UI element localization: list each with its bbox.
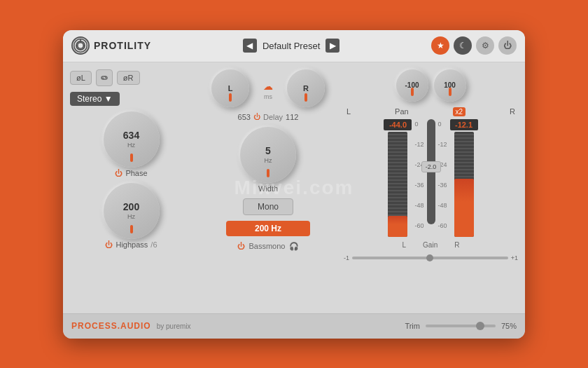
- pan-l-knob[interactable]: -100: [396, 69, 428, 102]
- phase-label: ⏻ Phase: [115, 169, 147, 177]
- gain-r-label: R: [454, 241, 459, 249]
- header: PROTILITY ◀ Default Preset ▶ ★ ☾ ⚙ ⏻: [63, 30, 525, 62]
- gain-trim-slider[interactable]: [352, 257, 508, 259]
- phase-knob[interactable]: 634 Hz: [104, 111, 160, 168]
- bassmono-section: ⏻ Bassmono 🎧: [237, 242, 300, 251]
- protility-logo-icon: [71, 36, 90, 55]
- meter-r-bar: [454, 132, 474, 237]
- trim-slider[interactable]: [426, 325, 496, 327]
- meter-r-reading: -12.1: [450, 119, 478, 130]
- highpass-power-icon[interactable]: ⏻: [105, 240, 113, 249]
- footer-logo-rest: CESS.AUDIO: [92, 321, 151, 331]
- delay-top-row: L ☁ ms R: [211, 69, 325, 107]
- cloud-icon: ☁: [263, 81, 273, 92]
- phase-power-icon[interactable]: ⏻: [115, 169, 122, 177]
- range-plus: +1: [511, 254, 518, 261]
- pan-header-label: Pan: [395, 107, 409, 116]
- delay-r-value: 112: [286, 113, 298, 121]
- gain-fader[interactable]: -2.0: [427, 119, 435, 224]
- svg-point-1: [78, 43, 83, 48]
- delay-r-knob-wrapper: R: [287, 69, 325, 107]
- svg-point-0: [74, 39, 88, 53]
- main-content: Mixvei.com øL øR Stereo ▼ 634: [63, 62, 525, 313]
- delay-ms-label: ms: [264, 93, 272, 100]
- logo-text: PROTILITY: [94, 40, 151, 51]
- meter-l-reading: -44.0: [384, 119, 412, 130]
- range-minus: -1: [344, 254, 349, 261]
- meter-l-bar: [388, 132, 407, 237]
- bassmono-label: Bassmono: [249, 242, 286, 250]
- trim-value: 75%: [501, 322, 517, 330]
- delay-l-knob-wrapper: L: [211, 69, 249, 107]
- width-knob-unit: Hz: [265, 157, 272, 164]
- next-preset-button[interactable]: ▶: [326, 39, 340, 53]
- footer-logo: PROCESS.AUDIO: [71, 321, 151, 331]
- phase-r-button[interactable]: øR: [117, 71, 140, 85]
- pan-r-knob[interactable]: 100: [434, 69, 466, 102]
- gain-fader-container: -2.0: [427, 119, 435, 224]
- pan-r-value: 100: [444, 81, 456, 89]
- gain-l-label: L: [402, 241, 407, 249]
- prev-preset-button[interactable]: ◀: [243, 39, 257, 53]
- width-knob-value: 5: [265, 145, 272, 157]
- footer: PROCESS.AUDIO by puremix Trim 75%: [63, 313, 525, 339]
- meter-r-fill: [454, 179, 474, 237]
- meter-l-channel: -44.0: [384, 119, 412, 237]
- meter-scale-right: 0 -12 -24 -36 -48 -60: [438, 119, 447, 231]
- gain-center-label: Gain: [423, 241, 438, 249]
- meter-r-header: R: [510, 107, 515, 116]
- trim-section: Trim 75%: [405, 322, 517, 330]
- width-knob-section: 5 Hz Width: [240, 127, 296, 193]
- x2-badge: x2: [453, 107, 466, 116]
- gain-trim-thumb[interactable]: [426, 254, 433, 261]
- trim-slider-thumb[interactable]: [476, 322, 484, 330]
- preset-area: ◀ Default Preset ▶: [157, 39, 426, 53]
- stereo-select[interactable]: Stereo ▼: [70, 92, 120, 106]
- link-button[interactable]: [96, 69, 113, 86]
- bassmono-bar: 200 Hz: [226, 221, 310, 236]
- delay-values-row: 653 ⏻ Delay 112: [238, 113, 299, 121]
- width-knob[interactable]: 5 Hz: [240, 127, 296, 183]
- footer-puremix: by puremix: [157, 322, 191, 330]
- meter-l-fill: [388, 216, 407, 237]
- width-label: Width: [258, 184, 278, 193]
- footer-logo-pr: PR: [71, 321, 85, 331]
- header-icons: ★ ☾ ⚙ ⏻: [431, 36, 517, 55]
- meter-header: L Pan x2 R: [344, 107, 518, 116]
- trim-label: Trim: [405, 322, 420, 330]
- left-panel: øL øR Stereo ▼ 634 Hz: [70, 69, 192, 306]
- delay-r-knob[interactable]: R: [287, 69, 325, 107]
- highpass-knob[interactable]: 200 Hz: [104, 183, 160, 239]
- middle-panel: L ☁ ms R 65: [198, 69, 338, 306]
- delay-power-icon[interactable]: ⏻: [253, 113, 260, 121]
- phase-knob-value: 634: [123, 130, 139, 142]
- phase-knob-unit: Hz: [123, 142, 139, 149]
- highpass-knob-value: 200: [123, 201, 139, 213]
- highpass-knob-section: 200 Hz ⏻ Highpass /6: [70, 183, 192, 249]
- phase-l-button[interactable]: øL: [70, 71, 92, 85]
- gear-button[interactable]: ⚙: [476, 36, 494, 55]
- highpass-knob-unit: Hz: [123, 213, 139, 220]
- meter-scale-left: 0 -12 -24 -36 -48 -60: [414, 119, 424, 231]
- power-button[interactable]: ⏻: [498, 36, 517, 55]
- meter-r-channel: -12.1: [450, 119, 478, 237]
- bassmono-power-icon[interactable]: ⏻: [237, 242, 245, 250]
- logo-area: PROTILITY: [71, 36, 151, 55]
- meter-l-header: L: [346, 107, 351, 116]
- pan-l-value: -100: [405, 81, 419, 89]
- footer-logo-o: O: [85, 321, 92, 331]
- gain-fader-thumb[interactable]: -2.0: [421, 161, 441, 172]
- preset-name: Default Preset: [262, 41, 320, 51]
- mono-button[interactable]: Mono: [243, 198, 293, 215]
- moon-button[interactable]: ☾: [454, 36, 472, 55]
- phase-knob-section: 634 Hz ⏻ Phase: [70, 111, 192, 177]
- highpass-label: ⏻ Highpass /6: [105, 240, 157, 249]
- plugin-window: PROTILITY ◀ Default Preset ▶ ★ ☾ ⚙ ⏻ Mix…: [63, 30, 525, 339]
- headphone-icon: 🎧: [289, 242, 299, 251]
- delay-l-knob[interactable]: L: [211, 69, 249, 107]
- phase-buttons: øL øR: [70, 69, 192, 86]
- right-panel: -100 100 L Pan x2 R -44.0: [344, 69, 518, 306]
- star-button[interactable]: ★: [431, 36, 449, 55]
- delay-label: Delay: [263, 113, 283, 121]
- delay-l-value: 653: [238, 113, 251, 121]
